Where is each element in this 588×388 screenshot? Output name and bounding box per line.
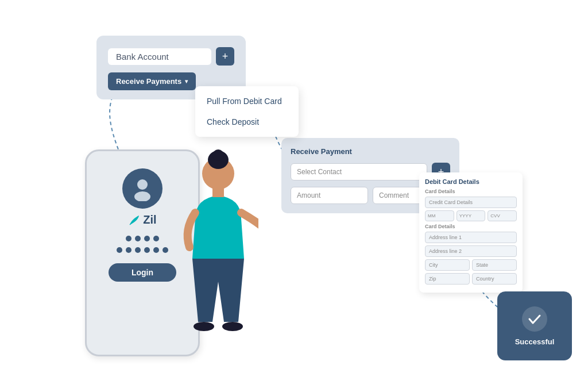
country-input[interactable]: Country: [472, 273, 517, 285]
person-icon: [130, 176, 155, 201]
zil-logo: Zil: [128, 213, 156, 226]
leaf-icon: [128, 214, 141, 226]
dropdown-menu: Pull From Debit Card Check Deposit: [195, 86, 299, 137]
success-card: Successful: [497, 291, 572, 360]
receive-payment-title: Receive Payment: [291, 147, 450, 156]
mm-input[interactable]: MM: [425, 210, 454, 221]
dot5: [117, 247, 122, 253]
dot9: [153, 247, 159, 253]
dot10: [163, 247, 168, 253]
debit-card-title: Debit Card Details: [425, 178, 517, 185]
debit-card-details-card: Debit Card Details Card Details Credit C…: [419, 172, 523, 293]
pull-from-debit-card-item[interactable]: Pull From Debit Card: [195, 91, 299, 112]
zip-country-row: Zip Country: [425, 273, 517, 285]
city-state-row: City State: [425, 259, 517, 271]
logo-text: Zil: [143, 213, 156, 226]
login-button[interactable]: Login: [109, 263, 176, 282]
svg-point-5: [194, 322, 214, 331]
checkmark-icon: [527, 312, 542, 326]
amount-input[interactable]: Amount: [291, 187, 368, 204]
bank-account-label: Bank Account: [108, 48, 211, 65]
dot2: [135, 236, 141, 241]
svg-rect-7: [212, 187, 224, 197]
svg-point-1: [134, 191, 150, 201]
mm-yyyy-cvv-row: MM YYYY CVV: [425, 210, 517, 221]
address-line1-input[interactable]: Address line 1: [425, 232, 517, 243]
select-contact-input[interactable]: Select Contact: [291, 163, 427, 180]
success-text: Successful: [515, 337, 555, 346]
credit-card-details-input[interactable]: Credit Card Details: [425, 197, 517, 208]
cvv-input[interactable]: CVV: [488, 210, 517, 221]
password-dots-row1: [126, 236, 159, 241]
svg-point-0: [137, 179, 148, 190]
receive-payments-button[interactable]: Receive Payments ▾: [108, 72, 196, 90]
dot1: [126, 236, 131, 241]
card-details-label-1: Card Details: [425, 189, 517, 194]
city-input[interactable]: City: [425, 259, 470, 271]
dot6: [126, 247, 131, 253]
svg-point-4: [212, 149, 224, 161]
scene: Zil Login: [0, 0, 588, 388]
address-line2-input[interactable]: Address line 2: [425, 245, 517, 257]
chevron-down-icon: ▾: [185, 78, 188, 84]
state-input[interactable]: State: [472, 259, 517, 271]
dot7: [135, 247, 141, 253]
person-figure: [178, 144, 258, 351]
check-deposit-item[interactable]: Check Deposit: [195, 112, 299, 132]
svg-point-6: [222, 322, 243, 331]
card-details-label-2: Card Details: [425, 224, 517, 229]
yyyy-input[interactable]: YYYY: [457, 210, 486, 221]
bank-account-row: Bank Account +: [108, 47, 234, 66]
password-dots-row2: [117, 247, 168, 253]
dot8: [144, 247, 150, 253]
zip-input[interactable]: Zip: [425, 273, 470, 285]
dot4: [153, 236, 159, 241]
add-bank-account-button[interactable]: +: [216, 47, 234, 66]
avatar: [122, 168, 163, 209]
dot3: [144, 236, 150, 241]
success-check-circle: [522, 306, 547, 332]
